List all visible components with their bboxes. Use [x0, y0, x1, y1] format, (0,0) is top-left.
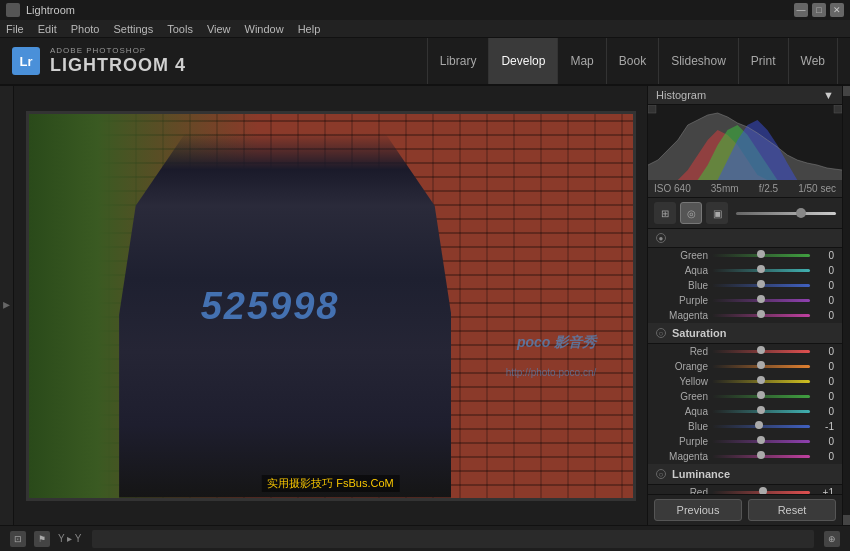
previous-button[interactable]: Previous	[654, 499, 742, 521]
color-panels: ● Green 0 Aqua 0 Blue 0	[648, 229, 842, 494]
frame-icon[interactable]: ⊡	[10, 531, 26, 547]
hue-aqua-label: Aqua	[656, 265, 708, 276]
hue-blue-track[interactable]	[712, 284, 810, 287]
sat-magenta-track[interactable]	[712, 455, 810, 458]
hue-green-track[interactable]	[712, 254, 810, 257]
hue-toggle[interactable]: ●	[656, 233, 666, 243]
nav-print[interactable]: Print	[739, 38, 789, 84]
menu-file[interactable]: File	[6, 23, 24, 35]
hue-purple-thumb	[757, 295, 765, 303]
menu-settings[interactable]: Settings	[113, 23, 153, 35]
scroll-down-button[interactable]	[843, 515, 851, 525]
svg-rect-4	[648, 105, 656, 113]
sat-yellow-value: 0	[814, 376, 834, 387]
watermark-site2: http://photo.poco.cn/	[506, 367, 597, 378]
hue-purple-value: 0	[814, 295, 834, 306]
sat-blue-label: Blue	[656, 421, 708, 432]
menu-photo[interactable]: Photo	[71, 23, 100, 35]
main-wrapper: ◀ 525998 poco 影音秀 h	[0, 86, 850, 551]
exif-bar: ISO 640 35mm f/2.5 1/50 sec	[648, 180, 842, 198]
lum-red-value: +1	[814, 487, 834, 494]
hue-magenta-value: 0	[814, 310, 834, 321]
nav-develop[interactable]: Develop	[489, 38, 558, 84]
adobe-label: ADOBE PHOTOSHOP	[50, 46, 186, 55]
photo-frame: 525998 poco 影音秀 http://photo.poco.cn/ 实用…	[26, 111, 636, 501]
sat-aqua-track[interactable]	[712, 410, 810, 413]
lum-red-track[interactable]	[712, 491, 810, 494]
sat-magenta-value: 0	[814, 451, 834, 462]
menu-help[interactable]: Help	[298, 23, 321, 35]
left-panel: ◀	[0, 86, 14, 525]
photo-background: 525998 poco 影音秀 http://photo.poco.cn/	[29, 114, 633, 498]
window-controls[interactable]: — □ ✕	[794, 3, 844, 17]
bottom-label: Y ▸ Y	[58, 533, 82, 544]
sat-purple-value: 0	[814, 436, 834, 447]
lr-title: LIGHTROOM 4	[50, 55, 186, 76]
sat-magenta-thumb	[757, 451, 765, 459]
tool-slider[interactable]	[736, 212, 836, 215]
menu-view[interactable]: View	[207, 23, 231, 35]
hue-purple-track[interactable]	[712, 299, 810, 302]
tool-square[interactable]: ▣	[706, 202, 728, 224]
hue-aqua-track[interactable]	[712, 269, 810, 272]
menu-tools[interactable]: Tools	[167, 23, 193, 35]
sat-yellow-track[interactable]	[712, 380, 810, 383]
sat-red-value: 0	[814, 346, 834, 357]
nav-web[interactable]: Web	[789, 38, 838, 84]
hue-green-value: 0	[814, 250, 834, 261]
lum-red-row: Red +1	[648, 485, 842, 494]
histogram-svg	[648, 105, 842, 180]
hue-section-header[interactable]: ●	[648, 229, 842, 248]
sat-toggle[interactable]: ○	[656, 328, 666, 338]
zoom-icon[interactable]: ⊕	[824, 531, 840, 547]
sat-green-track[interactable]	[712, 395, 810, 398]
sat-orange-track[interactable]	[712, 365, 810, 368]
hue-magenta-label: Magenta	[656, 310, 708, 321]
histogram-header[interactable]: Histogram ▼	[648, 86, 842, 105]
filmstrip-scroll[interactable]	[92, 530, 814, 548]
sat-green-value: 0	[814, 391, 834, 402]
sat-orange-thumb	[757, 361, 765, 369]
lum-red-thumb	[759, 487, 767, 494]
nav-book[interactable]: Book	[607, 38, 659, 84]
luminance-section-header[interactable]: ○ Luminance	[648, 464, 842, 485]
nav-slideshow[interactable]: Slideshow	[659, 38, 739, 84]
scroll-up-button[interactable]	[843, 86, 851, 96]
menu-edit[interactable]: Edit	[38, 23, 57, 35]
maximize-button[interactable]: □	[812, 3, 826, 17]
sat-red-track[interactable]	[712, 350, 810, 353]
hue-magenta-row: Magenta 0	[648, 308, 842, 323]
exif-focal: 35mm	[711, 183, 739, 194]
hue-blue-thumb	[757, 280, 765, 288]
flag-icon[interactable]: ⚑	[34, 531, 50, 547]
sat-purple-track[interactable]	[712, 440, 810, 443]
lum-toggle[interactable]: ○	[656, 469, 666, 479]
photo-area: 525998 poco 影音秀 http://photo.poco.cn/ 实用…	[14, 86, 647, 525]
app-title: ADOBE PHOTOSHOP LIGHTROOM 4	[50, 46, 186, 76]
hue-purple-row: Purple 0	[648, 293, 842, 308]
lum-title: Luminance	[672, 468, 730, 480]
reset-button[interactable]: Reset	[748, 499, 836, 521]
right-panel: Histogram ▼	[647, 86, 842, 525]
sat-blue-track[interactable]	[712, 425, 810, 428]
minimize-button[interactable]: —	[794, 3, 808, 17]
lr-logo: Lr	[12, 47, 40, 75]
menu-window[interactable]: Window	[245, 23, 284, 35]
hue-blue-label: Blue	[656, 280, 708, 291]
tool-grid[interactable]: ⊞	[654, 202, 676, 224]
saturation-section-header[interactable]: ○ Saturation	[648, 323, 842, 344]
lum-red-label: Red	[656, 487, 708, 494]
hue-green-row: Green 0	[648, 248, 842, 263]
sat-orange-value: 0	[814, 361, 834, 372]
bottom-bar: ⊡ ⚑ Y ▸ Y ⊕	[0, 525, 850, 551]
histogram-arrow[interactable]: ▼	[823, 89, 834, 101]
nav-map[interactable]: Map	[558, 38, 606, 84]
hue-aqua-row: Aqua 0	[648, 263, 842, 278]
nav-library[interactable]: Library	[427, 38, 490, 84]
hue-magenta-track[interactable]	[712, 314, 810, 317]
tool-circle[interactable]: ◎	[680, 202, 702, 224]
sat-yellow-row: Yellow 0	[648, 374, 842, 389]
close-button[interactable]: ✕	[830, 3, 844, 17]
hue-purple-label: Purple	[656, 295, 708, 306]
exif-iso: ISO 640	[654, 183, 691, 194]
